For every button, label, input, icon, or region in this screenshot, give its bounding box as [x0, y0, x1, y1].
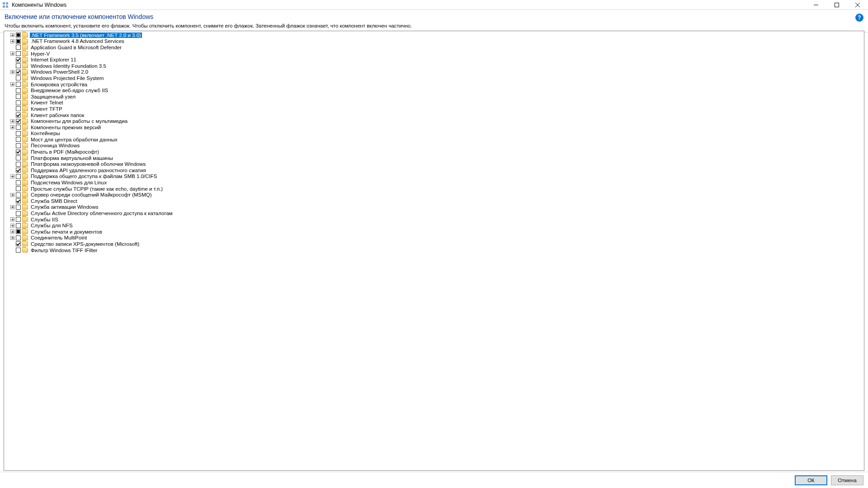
feature-row[interactable]: Клиент Telnet [4, 100, 864, 106]
feature-checkbox[interactable] [16, 82, 21, 87]
feature-checkbox[interactable] [16, 241, 21, 246]
feature-checkbox[interactable] [16, 168, 21, 173]
feature-label[interactable]: Сервер очереди сообщений Майкрософт (MSM… [30, 192, 153, 197]
feature-row[interactable]: Внедряемое веб-ядро служб IIS [4, 87, 864, 94]
feature-checkbox[interactable] [16, 205, 21, 210]
feature-label[interactable]: .NET Framework 4.8 Advanced Services [30, 38, 125, 44]
feature-label[interactable]: Фильтр Windows TIFF IFilter [30, 248, 99, 253]
feature-label[interactable]: Службы для NFS [30, 223, 74, 228]
expand-icon[interactable] [10, 193, 14, 197]
feature-row[interactable]: Клиент рабочих папок [4, 112, 864, 118]
feature-checkbox[interactable] [16, 162, 21, 167]
feature-label[interactable]: Служба SMB Direct [30, 198, 78, 204]
feature-checkbox[interactable] [16, 106, 21, 111]
feature-label[interactable]: Поддержка общего доступа к файлам SMB 1.… [30, 174, 158, 179]
feature-label[interactable]: Компоненты для работы с мультимедиа [30, 118, 128, 124]
feature-row[interactable]: Windows Identity Foundation 3.5 [4, 63, 864, 69]
feature-label[interactable]: Internet Explorer 11 [30, 57, 77, 62]
feature-checkbox[interactable] [16, 88, 21, 93]
feature-row[interactable]: Блокировка устройства [4, 81, 864, 88]
feature-checkbox[interactable] [16, 125, 21, 130]
maximize-button[interactable] [826, 0, 847, 10]
feature-checkbox[interactable] [16, 174, 21, 179]
feature-row[interactable]: Мост для центра обработки данных [4, 136, 864, 143]
feature-label[interactable]: Платформа низкоуровневой оболочки Window… [30, 161, 146, 167]
feature-row[interactable]: Application Guard в Microsoft Defender [4, 44, 864, 51]
feature-row[interactable]: Сервер очереди сообщений Майкрософт (MSM… [4, 192, 864, 198]
feature-row[interactable]: Средство записи XPS-документов (Microsof… [4, 241, 864, 247]
feature-label[interactable]: Песочница Windows [30, 143, 80, 148]
feature-checkbox[interactable] [16, 63, 21, 68]
feature-row[interactable]: Платформа виртуальной машины [4, 155, 864, 161]
feature-label[interactable]: Службы печати и документов [30, 229, 103, 235]
feature-row[interactable]: Песочница Windows [4, 143, 864, 149]
feature-label[interactable]: Windows Projected File System [30, 75, 105, 81]
minimize-button[interactable] [806, 0, 826, 10]
feature-checkbox[interactable] [16, 229, 21, 234]
feature-checkbox[interactable] [16, 70, 21, 75]
feature-row[interactable]: Hyper-V [4, 51, 864, 57]
feature-checkbox[interactable] [16, 57, 21, 62]
expand-icon[interactable] [10, 82, 14, 86]
feature-row[interactable]: Контейнеры [4, 131, 864, 137]
feature-row[interactable]: .NET Framework 3.5 (включает .NET 2.0 и … [4, 32, 864, 38]
feature-row[interactable]: .NET Framework 4.8 Advanced Services [4, 38, 864, 45]
feature-row[interactable]: Службы печати и документов [4, 229, 864, 235]
feature-label[interactable]: Простые службы TCPIP (такие как echo, da… [30, 186, 164, 192]
feature-label[interactable]: Соединитель MultiPoint [30, 235, 88, 240]
feature-label[interactable]: Защищенный узел [30, 94, 76, 99]
feature-row[interactable]: Поддержка общего доступа к файлам SMB 1.… [4, 174, 864, 180]
feature-row[interactable]: Печать в PDF (Майкрософт) [4, 149, 864, 155]
feature-label[interactable]: Компоненты прежних версий [30, 125, 102, 130]
feature-label[interactable]: Службы Active Directory облегченного дос… [30, 211, 174, 216]
feature-checkbox[interactable] [16, 33, 21, 38]
expand-icon[interactable] [10, 230, 14, 234]
feature-label[interactable]: Клиент Telnet [30, 100, 64, 105]
feature-checkbox[interactable] [16, 39, 21, 44]
feature-checkbox[interactable] [16, 180, 21, 185]
feature-label[interactable]: Служба активации Windows [30, 204, 99, 210]
expand-icon[interactable] [10, 39, 14, 43]
feature-label[interactable]: Блокировка устройства [30, 82, 88, 87]
feature-row[interactable]: Internet Explorer 11 [4, 56, 864, 63]
feature-label[interactable]: Мост для центра обработки данных [30, 137, 118, 142]
features-tree[interactable]: .NET Framework 3.5 (включает .NET 2.0 и … [4, 31, 864, 471]
expand-icon[interactable] [10, 52, 14, 56]
feature-label[interactable]: Windows Identity Foundation 3.5 [30, 63, 107, 69]
expand-icon[interactable] [10, 33, 14, 37]
expand-icon[interactable] [10, 70, 14, 74]
feature-row[interactable]: Фильтр Windows TIFF IFilter [4, 247, 864, 253]
feature-label[interactable]: Средство записи XPS-документов (Microsof… [30, 241, 140, 247]
feature-label[interactable]: Подсистема Windows для Linux [30, 180, 108, 185]
feature-row[interactable]: Соединитель MultiPoint [4, 235, 864, 241]
feature-label[interactable]: Application Guard в Microsoft Defender [30, 45, 123, 50]
feature-checkbox[interactable] [16, 51, 21, 56]
feature-row[interactable]: Компоненты прежних версий [4, 124, 864, 131]
feature-checkbox[interactable] [16, 223, 21, 228]
feature-row[interactable]: Windows PowerShell 2.0 [4, 69, 864, 75]
feature-row[interactable]: Служба SMB Direct [4, 198, 864, 204]
feature-checkbox[interactable] [16, 211, 21, 216]
feature-checkbox[interactable] [16, 100, 21, 105]
expand-icon[interactable] [10, 217, 14, 221]
feature-label[interactable]: Контейнеры [30, 131, 61, 136]
feature-row[interactable]: Служба активации Windows [4, 204, 864, 211]
ok-button[interactable]: ОК [795, 475, 827, 485]
feature-checkbox[interactable] [16, 119, 21, 124]
feature-label[interactable]: Поддержка API удаленного разностного сжа… [30, 168, 147, 173]
feature-label[interactable]: .NET Framework 3.5 (включает .NET 2.0 и … [30, 33, 142, 38]
feature-label[interactable]: Платформа виртуальной машины [30, 155, 114, 161]
expand-icon[interactable] [10, 236, 14, 240]
feature-label[interactable]: Службы IIS [30, 217, 59, 222]
feature-row[interactable]: Службы Active Directory облегченного дос… [4, 210, 864, 216]
feature-checkbox[interactable] [16, 235, 21, 240]
expand-icon[interactable] [10, 174, 14, 178]
expand-icon[interactable] [10, 125, 14, 129]
feature-label[interactable]: Клиент рабочих папок [30, 113, 85, 118]
close-button[interactable] [847, 0, 868, 10]
feature-checkbox[interactable] [16, 155, 21, 160]
feature-checkbox[interactable] [16, 137, 21, 142]
feature-row[interactable]: Windows Projected File System [4, 75, 864, 81]
feature-row[interactable]: Подсистема Windows для Linux [4, 179, 864, 186]
feature-row[interactable]: Службы IIS [4, 216, 864, 223]
